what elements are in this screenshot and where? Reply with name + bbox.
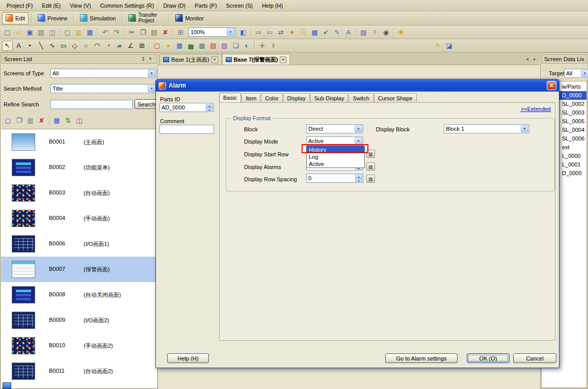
monitor-button[interactable]: Monitor bbox=[172, 12, 207, 24]
tab-cursor-shape[interactable]: Cursor Shape bbox=[374, 93, 417, 103]
text-tool-icon[interactable]: A bbox=[13, 41, 24, 51]
script-icon[interactable]: ℓ bbox=[268, 41, 279, 51]
dropdown-option-log[interactable]: Log bbox=[307, 153, 364, 160]
fit-screen-icon[interactable]: ◧ bbox=[238, 27, 249, 37]
display-start-row-keypad-button[interactable] bbox=[366, 150, 375, 158]
screen-list-item-b0008[interactable]: B0008(自动关闭画面) bbox=[1, 282, 157, 308]
screen-list-item-b0011[interactable]: B0011(自动画面2) bbox=[1, 358, 157, 384]
menu-item-edit[interactable]: Edit (E) bbox=[37, 1, 65, 11]
dot-tool-icon[interactable]: • bbox=[24, 41, 35, 51]
chevron-down-icon[interactable] bbox=[355, 137, 362, 145]
dropdown-option-history[interactable]: History bbox=[307, 146, 364, 153]
open-project-icon[interactable]: ▱ bbox=[13, 27, 24, 37]
chevron-down-icon[interactable] bbox=[355, 125, 362, 132]
new-screen-icon[interactable]: ▢ bbox=[62, 27, 73, 37]
screen-capture-icon[interactable]: ◉ bbox=[381, 27, 391, 37]
paste-icon[interactable]: ▤ bbox=[149, 27, 159, 37]
polygon-tool-icon[interactable]: ◇ bbox=[69, 41, 80, 51]
preview-button[interactable]: Preview bbox=[34, 12, 71, 24]
preview-mode-icon[interactable]: ◫ bbox=[74, 115, 85, 125]
dialog-titlebar[interactable]: Alarm bbox=[156, 79, 559, 92]
screen-list-item-b0002[interactable]: B0002(功能菜单) bbox=[1, 155, 157, 180]
screen-list-item-b0006[interactable]: B0006(I/O画面1) bbox=[1, 231, 157, 257]
display-alarms-keypad-button[interactable] bbox=[366, 162, 375, 171]
tab-scroll-left-icon[interactable]: ◄ bbox=[524, 55, 530, 63]
graph-part-icon[interactable]: ▅ bbox=[185, 41, 196, 51]
cut-icon[interactable]: ✂ bbox=[126, 27, 137, 37]
menu-item-view[interactable]: View (V) bbox=[65, 1, 95, 11]
draw-settings-icon[interactable]: ✎ bbox=[433, 41, 443, 51]
lamp-part-icon[interactable]: ● bbox=[163, 41, 174, 51]
refine-search-input[interactable] bbox=[50, 100, 133, 109]
help-button[interactable]: Help (H) bbox=[167, 353, 209, 363]
chevron-down-icon[interactable] bbox=[227, 29, 234, 36]
spin-up-icon[interactable] bbox=[355, 175, 362, 179]
text-check-icon[interactable]: ✔ bbox=[320, 27, 331, 37]
key-icon[interactable]: ✦ bbox=[287, 27, 298, 37]
menu-item-draw[interactable]: Draw (D) bbox=[158, 1, 190, 11]
screens-of-type-select[interactable]: All bbox=[50, 69, 156, 78]
screen-list-item-b0009[interactable]: B0009(I/O画面2) bbox=[1, 308, 157, 333]
search-method-select[interactable]: Title bbox=[50, 84, 156, 93]
arc-tool-icon[interactable]: ◠ bbox=[92, 41, 102, 51]
comment-input[interactable] bbox=[159, 125, 214, 134]
chevron-down-icon[interactable] bbox=[148, 70, 155, 77]
redo-icon[interactable]: ↷ bbox=[111, 27, 122, 37]
display-row-spacing-spinner[interactable]: 0 bbox=[306, 174, 363, 183]
tab-scroll-right-icon[interactable]: ► bbox=[531, 55, 538, 63]
menu-item-common[interactable]: Common Settings (R) bbox=[95, 1, 158, 11]
alarm-part-icon[interactable]: ▤ bbox=[208, 41, 219, 51]
pin-icon[interactable] bbox=[140, 55, 147, 63]
tab-sub-display[interactable]: Sub Display bbox=[310, 93, 349, 103]
close-tab-icon[interactable] bbox=[280, 57, 286, 63]
print-preview-icon[interactable]: ◫ bbox=[47, 27, 58, 37]
cancel-button[interactable]: Cancel bbox=[513, 353, 556, 363]
spin-up-icon[interactable] bbox=[206, 104, 213, 108]
dropdown-option-active[interactable]: Active bbox=[307, 160, 364, 168]
table-tool-icon[interactable]: ⊞ bbox=[137, 41, 147, 51]
save-project-icon[interactable]: ▣ bbox=[24, 27, 35, 37]
delete-screen-icon[interactable]: ✘ bbox=[36, 115, 47, 125]
spin-down-icon[interactable] bbox=[355, 179, 362, 183]
new-project-icon[interactable]: ▢ bbox=[2, 27, 13, 37]
chevron-down-icon[interactable] bbox=[148, 85, 155, 92]
menu-item-parts[interactable]: Parts (P) bbox=[190, 1, 221, 11]
line-tool-icon[interactable]: ╲ bbox=[36, 41, 46, 51]
minimized-panel-icon[interactable] bbox=[3, 382, 11, 389]
receive-project-icon[interactable]: ⇦ bbox=[264, 27, 275, 37]
edit-button[interactable]: Edit bbox=[2, 12, 29, 24]
copy-screen-icon[interactable]: ▥ bbox=[25, 115, 36, 125]
compare-project-icon[interactable]: ⇄ bbox=[276, 27, 286, 37]
language-change-icon[interactable]: A bbox=[343, 27, 354, 37]
block-select[interactable]: Direct bbox=[306, 124, 363, 133]
window-part-icon[interactable]: ❏ bbox=[230, 41, 241, 51]
parts-id-input[interactable] bbox=[161, 104, 205, 111]
save-all-icon[interactable]: ▦ bbox=[85, 27, 95, 37]
spinner-buttons[interactable] bbox=[206, 104, 213, 111]
switch-part-icon[interactable]: ▢ bbox=[152, 41, 163, 51]
info-icon[interactable]: ⓘ bbox=[298, 27, 309, 37]
print-icon[interactable]: ▤ bbox=[36, 27, 46, 37]
chevron-down-icon[interactable] bbox=[521, 125, 528, 132]
spinner-buttons[interactable] bbox=[355, 175, 362, 182]
scale-tool-icon[interactable]: ∠ bbox=[125, 41, 136, 51]
tab-switch[interactable]: Switch bbox=[349, 93, 373, 103]
rect-tool-icon[interactable]: ▭ bbox=[58, 41, 69, 51]
goto-alarm-settings-button[interactable]: Go to Alarm settings bbox=[385, 353, 458, 363]
display-row-spacing-keypad-button[interactable] bbox=[366, 175, 375, 183]
duplicate-screen-icon[interactable]: ❐ bbox=[14, 115, 24, 125]
transfer-project-button[interactable]: Transfer Project bbox=[125, 12, 166, 24]
extended-link[interactable]: >>Extended bbox=[521, 106, 551, 112]
special-part-icon[interactable]: ◐ bbox=[242, 41, 252, 51]
chevron-down-icon[interactable] bbox=[581, 70, 588, 77]
data-display-part-icon[interactable]: ▦ bbox=[174, 41, 185, 51]
menu-item-screen[interactable]: Screen (S) bbox=[222, 1, 258, 11]
screen-list-item-b0004[interactable]: B0004(手动画面) bbox=[1, 206, 157, 231]
target-select[interactable]: All bbox=[564, 69, 588, 78]
menu-item-help[interactable]: Help (H) bbox=[257, 1, 287, 11]
polyline-tool-icon[interactable]: ∿ bbox=[47, 41, 58, 51]
search-button[interactable]: Search bbox=[135, 99, 157, 109]
tab-basic[interactable]: Basic bbox=[219, 93, 241, 103]
pie-tool-icon[interactable]: ◔ bbox=[103, 41, 114, 51]
close-panel-icon[interactable] bbox=[147, 55, 154, 63]
